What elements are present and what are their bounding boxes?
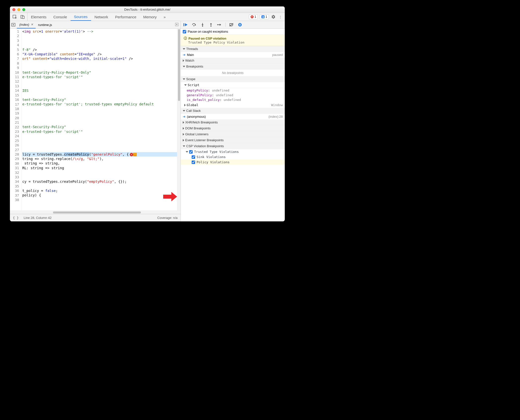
step-into-icon[interactable] xyxy=(200,22,205,27)
pause-on-caught-checkbox[interactable] xyxy=(183,30,186,33)
svg-marker-18 xyxy=(220,24,221,26)
current-frame-icon: ➔ xyxy=(183,115,185,118)
panel-tabs: Elements Console Sources Network Perform… xyxy=(27,13,247,21)
watch-section[interactable]: Watch xyxy=(181,58,285,64)
step-icon[interactable] xyxy=(217,22,222,27)
trusted-type-checkbox[interactable] xyxy=(189,150,193,154)
file-tab-runtime[interactable]: runtime.js xyxy=(36,21,54,28)
traffic-lights xyxy=(10,8,25,11)
devtools-window: DevTools - tt-enforced.glitch.me/ Elemen… xyxy=(10,6,285,221)
more-icon[interactable]: ⋮ xyxy=(278,14,283,19)
svg-point-21 xyxy=(238,23,242,26)
thread-main[interactable]: ➔Mainpaused xyxy=(181,52,285,58)
minimize-window-icon[interactable] xyxy=(17,8,20,11)
no-breakpoints-label: No breakpoints xyxy=(181,70,285,76)
file-tab-index[interactable]: (index)✕ xyxy=(17,21,36,28)
debugger-toolbar xyxy=(181,21,285,29)
paused-banner: ⓘPaused on CSP violation Trusted Type Po… xyxy=(181,35,285,46)
device-toggle-icon[interactable] xyxy=(20,15,25,19)
csp-root-item[interactable]: Trusted Type Violations xyxy=(181,149,285,154)
event-listener-breakpoints-section[interactable]: Event Listener Breakpoints xyxy=(181,137,285,143)
coverage-status: Coverage: n/a xyxy=(157,216,178,220)
step-out-icon[interactable] xyxy=(208,22,213,27)
line-gutter: 1234567891011121314151617181920212223242… xyxy=(10,29,22,210)
zoom-window-icon[interactable] xyxy=(22,8,25,11)
svg-marker-4 xyxy=(13,24,14,25)
titlebar: DevTools - tt-enforced.glitch.me/ xyxy=(10,6,285,13)
info-icon: ⓘ xyxy=(184,36,187,41)
resume-icon[interactable] xyxy=(183,22,188,27)
svg-marker-15 xyxy=(210,23,212,24)
svg-rect-23 xyxy=(240,24,241,26)
error-count: 1 xyxy=(255,15,256,19)
tab-overflow[interactable]: » xyxy=(160,13,169,21)
code-editor[interactable]: 1234567891011121314151617181920212223242… xyxy=(10,29,181,210)
vertical-scrollbar[interactable] xyxy=(177,29,181,210)
file-tab-bar: (index)✕ runtime.js xyxy=(10,21,181,29)
svg-marker-8 xyxy=(185,23,187,26)
dom-breakpoints-section[interactable]: DOM Breakpoints xyxy=(181,125,285,131)
svg-rect-2 xyxy=(22,16,24,19)
svg-rect-22 xyxy=(239,24,240,26)
status-bar: { } Line 28, Column 42 Coverage: n/a xyxy=(10,214,181,221)
deactivate-breakpoints-icon[interactable] xyxy=(229,22,234,27)
xhr-breakpoints-section[interactable]: XHR/fetch Breakpoints xyxy=(181,119,285,125)
error-count-pill[interactable]: ✕1 xyxy=(249,14,258,19)
scope-script[interactable]: Script xyxy=(181,82,285,88)
threads-section[interactable]: Threads xyxy=(181,46,285,52)
svg-point-10 xyxy=(193,25,194,26)
svg-point-19 xyxy=(217,24,218,25)
scope-var: generalPolicy: undefined xyxy=(181,93,285,97)
scope-var: emptyPolicy: undefined xyxy=(181,88,285,93)
sources-panel: (index)✕ runtime.js 12345678910111213141… xyxy=(10,21,181,221)
close-window-icon[interactable] xyxy=(12,8,15,11)
pause-exceptions-icon[interactable] xyxy=(237,22,242,27)
horizontal-scrollbar[interactable] xyxy=(10,210,181,214)
message-count: 1 xyxy=(265,15,267,19)
settings-icon[interactable] xyxy=(271,14,276,19)
pretty-print-icon[interactable]: { } xyxy=(13,216,19,220)
navigator-toggle-icon[interactable] xyxy=(10,23,17,27)
tab-elements[interactable]: Elements xyxy=(27,13,50,21)
scope-global[interactable]: GlobalWindow xyxy=(181,102,285,108)
tab-console[interactable]: Console xyxy=(50,13,71,21)
callstack-section[interactable]: Call Stack xyxy=(181,108,285,114)
svg-rect-0 xyxy=(13,15,16,18)
svg-marker-12 xyxy=(202,24,204,26)
inspect-icon[interactable] xyxy=(12,15,17,19)
csp-sink-item[interactable]: Sink Violations xyxy=(181,154,285,160)
policy-violations-checkbox[interactable] xyxy=(192,161,195,164)
window-title: DevTools - tt-enforced.glitch.me/ xyxy=(10,8,285,11)
tab-sources[interactable]: Sources xyxy=(71,13,91,21)
pause-on-caught-label: Pause on caught exceptions xyxy=(188,30,228,33)
close-tab-icon[interactable]: ✕ xyxy=(31,23,33,26)
current-thread-icon: ➔ xyxy=(183,53,185,57)
scope-var: is_default_policy: undefined xyxy=(181,97,285,102)
svg-point-16 xyxy=(210,26,211,27)
debugger-sidebar: Pause on caught exceptions ⓘPaused on CS… xyxy=(181,21,285,221)
step-over-icon[interactable] xyxy=(192,22,197,27)
breakpoints-section[interactable]: Breakpoints xyxy=(181,64,285,70)
svg-rect-7 xyxy=(183,23,184,26)
message-count-pill[interactable]: ▮1 xyxy=(260,14,269,19)
call-frame[interactable]: ➔(anonymous)(index):28 xyxy=(181,114,285,119)
main-toolbar: Elements Console Sources Network Perform… xyxy=(10,13,285,21)
svg-marker-6 xyxy=(176,24,178,25)
pause-on-caught-row: Pause on caught exceptions xyxy=(181,29,285,35)
global-listeners-section[interactable]: Global Listeners xyxy=(181,131,285,137)
cursor-position: Line 28, Column 42 xyxy=(24,216,52,220)
run-snippet-icon[interactable] xyxy=(175,23,179,27)
sink-violations-checkbox[interactable] xyxy=(192,155,195,159)
csp-violation-breakpoints-section[interactable]: CSP Violation Breakpoints xyxy=(181,143,285,149)
tab-memory[interactable]: Memory xyxy=(140,13,160,21)
code-content[interactable]: <img src=1 onerror='alert(1)'> -->f-8" /… xyxy=(22,29,177,210)
scope-section[interactable]: Scope xyxy=(181,76,285,82)
tab-network[interactable]: Network xyxy=(91,13,112,21)
svg-point-13 xyxy=(202,26,203,27)
tab-performance[interactable]: Performance xyxy=(112,13,140,21)
csp-policy-item[interactable]: Policy Violations xyxy=(181,160,285,165)
